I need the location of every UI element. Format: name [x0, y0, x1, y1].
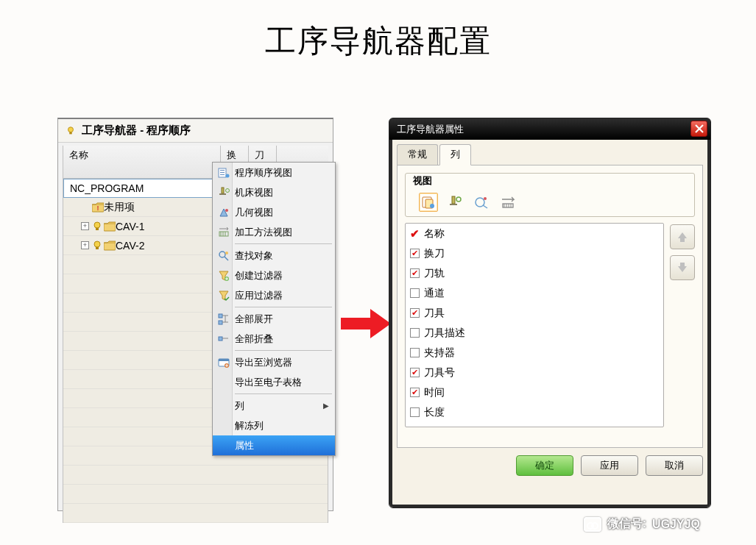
column-option-label: 夹持器 — [424, 346, 455, 360]
svg-rect-12 — [220, 172, 225, 173]
menu-item-label: 导出至电子表格 — [235, 376, 335, 389]
menu-item[interactable]: 导出至浏览器 — [213, 352, 335, 372]
folder-icon — [104, 221, 116, 232]
column-option-label: 刀具号 — [424, 366, 455, 380]
move-up-button[interactable] — [670, 224, 695, 249]
svg-marker-43 — [678, 263, 687, 272]
menu-item[interactable]: 解冻列 — [213, 416, 335, 435]
column-option-label: 换刀 — [424, 247, 445, 260]
tab-columns[interactable]: 列 — [439, 144, 471, 165]
svg-rect-26 — [219, 321, 222, 324]
method-view-icon — [217, 226, 230, 239]
column-option[interactable]: ✔名称 — [406, 224, 663, 243]
checkbox[interactable]: ✔ — [410, 268, 420, 278]
column-option-label: 刀具 — [424, 307, 445, 320]
folder-warn-icon: ! — [92, 202, 104, 213]
checkmark-locked-icon: ✔ — [410, 229, 420, 238]
menu-item[interactable]: 加工方法视图 — [213, 222, 335, 242]
menu-item[interactable]: 导出至电子表格 — [213, 372, 335, 392]
column-option[interactable]: ✔刀轨 — [406, 263, 663, 283]
column-option[interactable]: ✔换刀 — [406, 243, 663, 263]
svg-marker-42 — [678, 232, 687, 242]
expand-all-icon — [217, 313, 230, 326]
ok-button[interactable]: 确定 — [516, 455, 573, 476]
checkbox[interactable] — [410, 407, 420, 417]
view-btn-geometry[interactable] — [472, 193, 491, 212]
menu-separator — [235, 243, 332, 244]
checkbox[interactable]: ✔ — [410, 368, 420, 377]
menu-item[interactable]: 机床视图 — [213, 182, 335, 202]
svg-marker-31 — [341, 309, 391, 338]
menu-item-label: 导出至浏览器 — [235, 356, 335, 369]
view-btn-method[interactable] — [498, 193, 517, 212]
svg-point-14 — [226, 174, 230, 177]
tab-general[interactable]: 常规 — [397, 144, 438, 165]
svg-rect-25 — [219, 314, 222, 318]
close-button[interactable] — [690, 121, 707, 137]
expander-icon[interactable]: + — [81, 222, 89, 230]
column-option[interactable]: ✔时间 — [406, 382, 663, 402]
menu-item[interactable]: 属性 — [213, 435, 335, 455]
checkbox[interactable] — [410, 288, 420, 298]
svg-point-0 — [68, 127, 74, 132]
column-header-name[interactable]: 名称 — [63, 146, 221, 178]
menu-item[interactable]: 列▶ — [213, 396, 335, 416]
checkbox[interactable]: ✔ — [410, 308, 420, 318]
svg-rect-29 — [219, 359, 229, 361]
wechat-icon — [584, 517, 601, 532]
view-btn-machine[interactable] — [445, 193, 464, 212]
blank-icon — [217, 439, 230, 452]
checkbox[interactable] — [410, 328, 420, 338]
arrow-down-icon — [676, 261, 689, 274]
column-option-label: 名称 — [424, 227, 445, 241]
seq-view-icon — [217, 166, 230, 179]
expander-icon[interactable]: + — [81, 241, 89, 249]
svg-point-17 — [226, 188, 230, 192]
menu-item[interactable]: 全部折叠 — [213, 329, 335, 349]
tree-row-empty — [63, 485, 328, 504]
cancel-button[interactable]: 取消 — [646, 455, 703, 476]
navigator-icon — [66, 126, 76, 136]
view-toolbar — [413, 191, 688, 212]
blank-icon — [217, 399, 230, 413]
context-menu: 程序顺序视图机床视图几何视图加工方法视图查找对象创建过滤器应用过滤器全部展开全部… — [212, 162, 336, 456]
menu-separator — [235, 350, 332, 351]
svg-point-23 — [225, 252, 228, 254]
menu-item[interactable]: 应用过滤器 — [213, 285, 335, 305]
view-group: 视图 — [405, 173, 695, 217]
view-btn-program[interactable] — [419, 193, 438, 212]
view-group-title: 视图 — [413, 174, 688, 189]
menu-item[interactable]: 全部展开 — [213, 309, 335, 329]
bulb-icon — [92, 221, 102, 232]
column-option[interactable]: 刀具描述 — [406, 323, 663, 343]
checkbox[interactable] — [410, 348, 420, 357]
watermark-id: UGJYJQ — [652, 518, 700, 531]
checkbox[interactable]: ✔ — [410, 388, 420, 397]
apply-button[interactable]: 应用 — [581, 455, 638, 476]
menu-item[interactable]: 查找对象 — [213, 246, 335, 266]
column-option[interactable]: ✔刀具 — [406, 303, 663, 323]
menu-item[interactable]: 几何视图 — [213, 202, 335, 222]
menu-item-label: 查找对象 — [235, 249, 335, 263]
menu-item-label: 几何视图 — [235, 206, 335, 219]
menu-item[interactable]: 创建过滤器 — [213, 266, 335, 285]
svg-rect-13 — [220, 174, 225, 175]
svg-point-4 — [94, 222, 100, 228]
page-title: 工序导航器配置 — [0, 21, 756, 62]
filter-new-icon — [217, 269, 230, 282]
menu-separator — [235, 393, 332, 394]
column-option[interactable]: 通道 — [406, 283, 663, 303]
checkbox[interactable]: ✔ — [410, 249, 420, 258]
column-option[interactable]: 夹持器 — [406, 343, 663, 363]
column-option-label: 通道 — [424, 287, 445, 300]
tab-row: 常规 列 — [397, 144, 703, 165]
export-sheet-icon — [217, 376, 230, 389]
menu-item[interactable]: 程序顺序视图 — [213, 163, 335, 182]
svg-rect-16 — [219, 193, 226, 195]
column-list[interactable]: ✔名称✔换刀✔刀轨通道✔刀具刀具描述夹持器✔刀具号✔时间长度 — [405, 223, 664, 427]
blank-icon — [217, 419, 230, 432]
move-down-button[interactable] — [670, 255, 695, 280]
column-option[interactable]: 长度 — [406, 402, 663, 422]
menu-item-label: 机床视图 — [235, 186, 335, 199]
column-option[interactable]: ✔刀具号 — [406, 363, 663, 382]
